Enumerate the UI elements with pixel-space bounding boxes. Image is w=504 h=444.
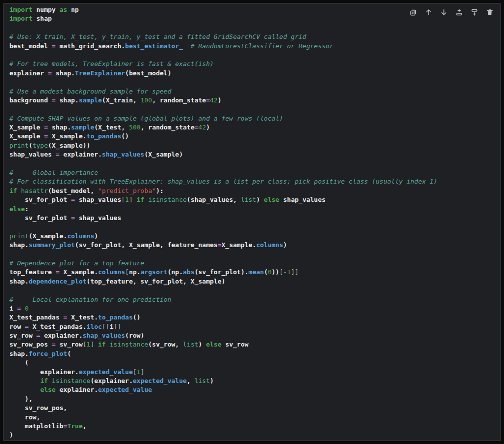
code-line: # Compute SHAP values on a sample (globa… xyxy=(9,114,499,123)
code-token: # RandomForestClassifier or Regressor xyxy=(183,42,333,50)
code-line xyxy=(9,24,499,32)
code-token xyxy=(9,386,40,393)
code-token: row xyxy=(9,323,25,330)
code-token xyxy=(144,196,148,203)
code-line: else: xyxy=(9,205,499,214)
code-token xyxy=(106,341,110,348)
code-token: sv_row xyxy=(9,332,36,339)
code-token: mean xyxy=(248,268,264,276)
code-token: , xyxy=(187,377,195,384)
code-token: (explainer. xyxy=(90,377,133,384)
code-line: best_model = math_grid_search.best_estim… xyxy=(9,42,499,51)
code-token: X_sample xyxy=(9,132,44,140)
code-token: (sv_for_plot). xyxy=(195,268,249,276)
code-token: background xyxy=(9,96,52,104)
code-token: , xyxy=(83,422,87,430)
code-line xyxy=(9,51,499,60)
code-line: else explainer.expected_value xyxy=(9,385,499,394)
code-line: if hasattr(best_model, "predict_proba"): xyxy=(9,187,499,195)
code-token: list xyxy=(183,341,198,348)
code-token: ]] xyxy=(113,323,121,330)
code-token: import xyxy=(9,6,33,13)
code-token: else xyxy=(9,205,25,213)
code-token: () xyxy=(121,132,129,140)
code-line: sv_for_plot = shap_values[1] if isinstan… xyxy=(9,195,499,204)
code-token: argsort xyxy=(140,268,168,276)
code-token: expected_value xyxy=(133,377,187,384)
code-token: expected_value xyxy=(79,368,133,376)
code-token: , random_state xyxy=(140,124,195,131)
code-token: sv_row xyxy=(222,341,249,348)
code-token: explainer. xyxy=(60,151,102,158)
code-token: shap. xyxy=(9,278,29,285)
code-token: shap. xyxy=(9,350,29,357)
code-token: explainer. xyxy=(56,386,98,393)
code-line: if isinstance(explainer.expected_value, … xyxy=(9,377,499,385)
code-token: if xyxy=(98,341,106,348)
code-token: isinstance xyxy=(110,341,148,348)
code-line: ), xyxy=(9,395,499,404)
code-token: sample xyxy=(71,124,94,131)
code-token: [ xyxy=(279,268,283,276)
code-token: ) xyxy=(256,196,264,203)
code-token: = xyxy=(25,323,29,330)
code-token: as xyxy=(60,6,67,13)
code-line xyxy=(9,250,499,259)
code-line: sv_row_pos = sv_row[1] if isinstance(sv_… xyxy=(9,340,499,349)
code-token: X_sample. xyxy=(48,132,86,140)
code-line: import numpy as np xyxy=(9,5,499,14)
code-token: [ xyxy=(125,268,129,276)
code-token: = xyxy=(52,42,56,50)
code-token: shap_values xyxy=(83,332,125,339)
code-token: = xyxy=(52,96,56,104)
code-token: (sv_row, xyxy=(148,341,183,348)
code-token: ( xyxy=(67,350,71,357)
code-token: best_estimator_ xyxy=(125,42,183,50)
code-token: X_test_pandas xyxy=(9,314,64,321)
code-token: columns xyxy=(67,232,94,240)
code-token: # Dependence plot for a top feature xyxy=(9,259,144,267)
code-editor[interactable]: import numpy as npimport shap # Use: X_t… xyxy=(9,5,499,440)
code-token: ]] xyxy=(291,268,299,276)
code-line xyxy=(9,105,499,114)
code-line: row = X_test_pandas.iloc[[i]] xyxy=(9,322,499,331)
code-token: shap_values xyxy=(75,196,121,203)
code-token: columns xyxy=(256,241,283,249)
code-token: np. xyxy=(129,268,140,276)
code-token: sample xyxy=(79,96,102,104)
code-token: numpy xyxy=(33,6,60,13)
code-token: X_sample xyxy=(9,124,44,131)
code-token: = xyxy=(206,96,210,104)
code-line: # --- Local explanation for one predicti… xyxy=(9,295,499,304)
code-line: X_test_pandas = X_test.to_pandas() xyxy=(9,313,499,322)
code-token: matplotlib xyxy=(9,422,64,430)
code-token: = xyxy=(71,196,75,203)
code-token: list xyxy=(195,377,210,384)
code-token: [[ xyxy=(102,323,110,330)
code-line: # Use a modest background sample for spe… xyxy=(9,87,499,96)
code-token: if xyxy=(136,196,144,203)
code-token xyxy=(48,377,52,384)
code-token xyxy=(9,377,40,384)
code-token: X_test_pandas. xyxy=(29,323,86,330)
code-line: import shap xyxy=(9,14,499,23)
code-token: # Compute SHAP values on a sample (globa… xyxy=(9,115,283,122)
code-line: explainer.expected_value[1] xyxy=(9,368,499,377)
code-token: 100 xyxy=(140,96,152,104)
code-token: sv_row xyxy=(56,341,83,348)
code-line: i = 0 xyxy=(9,304,499,313)
code-cell: import numpy as npimport shap # Use: X_t… xyxy=(3,3,501,441)
code-token: sv_for_plot xyxy=(9,196,71,203)
code-line: sv_row_pos, xyxy=(9,404,499,412)
code-token: (best_model) xyxy=(125,69,171,77)
code-token: to_pandas xyxy=(87,132,121,140)
code-token: top_feature xyxy=(9,268,56,276)
code-token: 42 xyxy=(210,96,218,104)
code-token: import xyxy=(9,15,33,22)
code-token: shap. xyxy=(52,69,75,77)
code-token: row, xyxy=(9,413,40,421)
code-token: (X_sample)) xyxy=(48,142,90,149)
code-token: X_test. xyxy=(67,314,98,321)
code-token: sv_for_plot xyxy=(9,214,71,222)
code-token: "predict_proba" xyxy=(98,187,156,194)
